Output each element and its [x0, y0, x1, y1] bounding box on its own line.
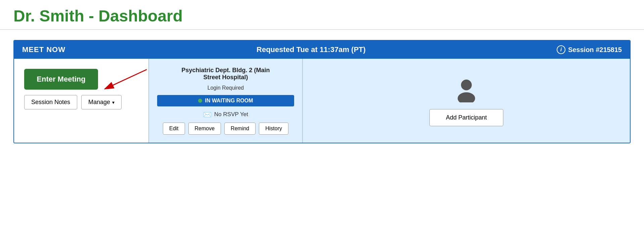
- add-participant-panel: Add Participant: [303, 59, 630, 143]
- rsvp-status: ✉️ No RSVP Yet: [157, 110, 294, 118]
- session-info: i Session #215815: [557, 45, 622, 54]
- requested-time: Requested Tue at 11:37am (PT): [65, 45, 557, 54]
- remind-button[interactable]: Remind: [224, 123, 256, 135]
- participant-panel: Psychiatric Dept. Bldg. 2 (Main Street H…: [148, 59, 303, 143]
- session-notes-button[interactable]: Session Notes: [24, 95, 77, 109]
- manage-button[interactable]: Manage ▾: [81, 95, 122, 109]
- waiting-room-dot: [198, 99, 202, 103]
- enter-meeting-button[interactable]: Enter Meeting: [24, 69, 98, 90]
- meet-now-body: Enter Meeting Session Notes Manage ▾ Psy…: [14, 59, 630, 143]
- manage-label: Manage: [88, 99, 110, 106]
- meet-now-title: MEET NOW: [22, 45, 65, 54]
- svg-line-1: [105, 69, 147, 89]
- remove-button[interactable]: Remove: [188, 123, 221, 135]
- info-icon[interactable]: i: [557, 45, 565, 54]
- participant-location: Psychiatric Dept. Bldg. 2 (Main Street H…: [157, 67, 294, 81]
- meet-now-card: MEET NOW Requested Tue at 11:37am (PT) i…: [13, 40, 631, 143]
- page-title: Dr. Smith - Dashboard: [13, 7, 631, 25]
- edit-button[interactable]: Edit: [163, 123, 185, 135]
- svg-point-2: [461, 80, 472, 90]
- rsvp-label: No RSVP Yet: [214, 111, 248, 118]
- svg-point-3: [458, 92, 475, 102]
- session-number: Session #215815: [568, 46, 622, 54]
- manage-chevron-icon: ▾: [112, 100, 114, 105]
- history-button[interactable]: History: [259, 123, 288, 135]
- main-content: MEET NOW Requested Tue at 11:37am (PT) i…: [0, 30, 644, 153]
- arrow-annotation: [95, 66, 148, 96]
- no-rsvp-icon: ✉️: [203, 110, 212, 118]
- login-required-text: Login Required: [157, 85, 294, 91]
- page-header: Dr. Smith - Dashboard: [0, 0, 644, 30]
- waiting-room-label: IN WAITING ROOM: [205, 98, 253, 104]
- waiting-room-badge: IN WAITING ROOM: [157, 95, 294, 106]
- add-participant-button[interactable]: Add Participant: [429, 109, 503, 126]
- meet-now-header: MEET NOW Requested Tue at 11:37am (PT) i…: [14, 41, 630, 59]
- left-panel: Enter Meeting Session Notes Manage ▾: [14, 59, 148, 143]
- secondary-buttons: Session Notes Manage ▾: [24, 95, 138, 109]
- participant-actions: Edit Remove Remind History: [157, 123, 294, 135]
- avatar-icon: [453, 76, 480, 102]
